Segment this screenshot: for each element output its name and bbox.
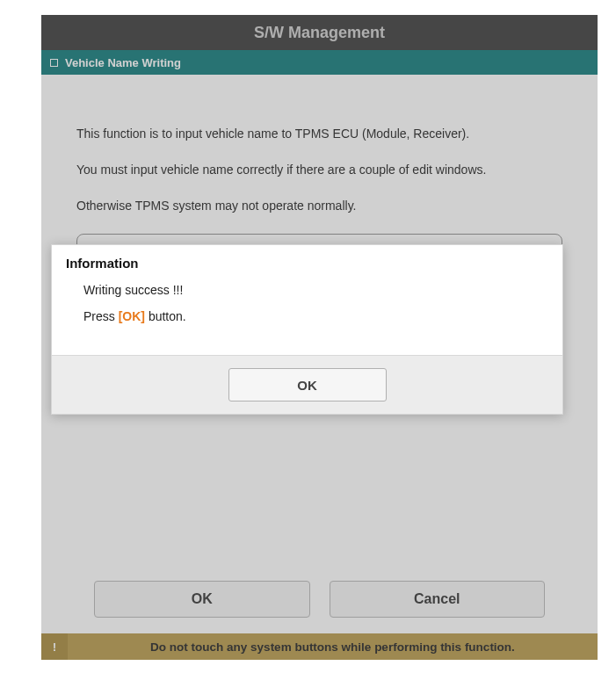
warning-text: Do not touch any system buttons while pe… bbox=[68, 633, 598, 660]
dialog-footer: OK bbox=[52, 355, 562, 414]
bottom-button-row: OK Cancel bbox=[41, 581, 598, 618]
dialog-instruction: Press [OK] button. bbox=[83, 309, 538, 323]
cancel-button[interactable]: Cancel bbox=[330, 581, 546, 618]
dialog-ok-button[interactable]: OK bbox=[228, 368, 387, 401]
dialog-title: Information bbox=[52, 245, 562, 274]
press-emphasis: [OK] bbox=[119, 309, 145, 323]
title-bar: S/W Management bbox=[41, 15, 598, 50]
ok-button[interactable]: OK bbox=[94, 581, 310, 618]
information-dialog: Information Writing success !!! Press [O… bbox=[51, 244, 563, 415]
main-body: This function is to input vehicle name t… bbox=[41, 75, 598, 267]
square-bullet-icon bbox=[50, 59, 58, 67]
press-suffix: button. bbox=[145, 309, 186, 323]
body-line-3: Otherwise TPMS system may not operate no… bbox=[76, 198, 562, 214]
press-prefix: Press bbox=[83, 309, 119, 323]
section-title: Vehicle Name Writing bbox=[65, 56, 181, 69]
warning-icon: ! bbox=[41, 633, 68, 660]
page-title: S/W Management bbox=[254, 24, 385, 42]
body-line-2: You must input vehicle name correctly if… bbox=[76, 162, 562, 178]
body-line-1: This function is to input vehicle name t… bbox=[76, 126, 562, 142]
dialog-message: Writing success !!! bbox=[83, 283, 538, 297]
dialog-body: Writing success !!! Press [OK] button. bbox=[52, 274, 562, 355]
exclamation-icon: ! bbox=[53, 640, 57, 654]
section-header: Vehicle Name Writing bbox=[41, 50, 598, 75]
warning-bar: ! Do not touch any system buttons while … bbox=[41, 633, 598, 660]
